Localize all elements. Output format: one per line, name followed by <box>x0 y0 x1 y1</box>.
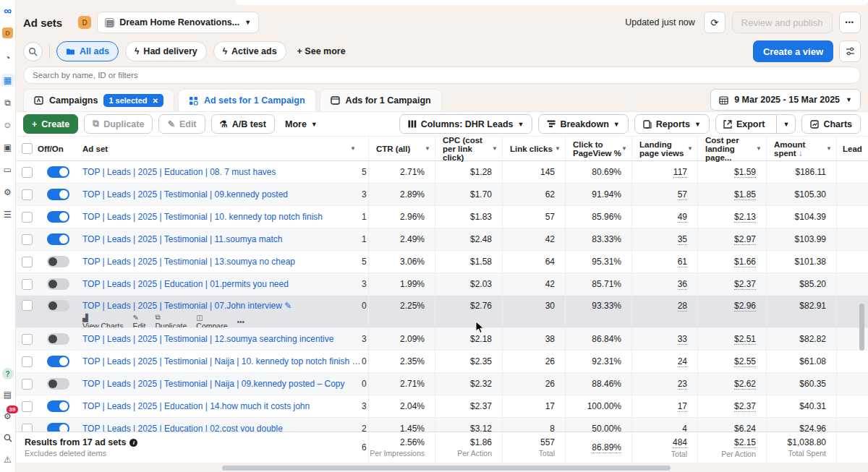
header-more-button[interactable]: ••• <box>839 12 861 33</box>
landing-page-views-value[interactable]: 117 <box>673 167 687 178</box>
row-checkbox[interactable] <box>22 257 33 267</box>
table-row[interactable]: TOP | Leads | 2025 | Education | 01.perm… <box>16 273 868 296</box>
row-status-toggle[interactable] <box>47 189 69 200</box>
landing-page-views-value[interactable]: 28 <box>678 301 687 312</box>
duplicate-button[interactable]: ⧉Duplicate <box>84 114 153 134</box>
edit-button[interactable]: ✎Edit <box>158 114 205 134</box>
table-row[interactable]: TOP | Leads | 2025 | Testimonial | 12.so… <box>16 328 868 351</box>
cost-per-landing-page-value[interactable]: $2.96 <box>734 301 756 312</box>
filter-pill-active-ads[interactable]: ϟ Active ads <box>213 41 286 61</box>
cost-per-landing-page-value[interactable]: $1.66 <box>734 257 756 267</box>
table-row[interactable]: TOP | Leads | 2025 | Education | 14.how … <box>16 395 868 418</box>
row-action-edit[interactable]: ✎Edit <box>132 314 145 328</box>
cost-per-landing-page-value[interactable]: $2.13 <box>734 212 756 223</box>
row-checkbox[interactable] <box>22 234 33 245</box>
business-settings-icon[interactable]: ⚙ <box>1 186 14 199</box>
feedback-icon[interactable]: ▤ <box>1 388 14 401</box>
tab-ad-sets[interactable]: Ad sets for 1 Campaign <box>178 89 316 111</box>
sort-caret-icon[interactable]: ▼ <box>492 145 498 153</box>
column-header-link-clicks[interactable]: Link clicks▼ <box>502 137 565 160</box>
landing-page-views-value[interactable]: 36 <box>678 279 687 290</box>
view-settings-button[interactable] <box>839 40 861 62</box>
landing-page-views-value[interactable]: 23 <box>678 379 687 390</box>
help-icon[interactable]: ? <box>2 368 14 379</box>
sort-caret-icon[interactable]: ▼ <box>425 145 430 153</box>
campaigns-icon[interactable]: ▦ <box>1 74 14 87</box>
more-actions-button[interactable]: More▼ <box>281 119 322 129</box>
ads-reporting-icon[interactable]: ⧉ <box>1 96 14 109</box>
table-row[interactable]: TOP | Leads | 2025 | Testimonial | 07.Jo… <box>16 296 868 328</box>
export-options-button[interactable]: ▼ <box>776 115 795 133</box>
sort-caret-icon[interactable]: ▼ <box>687 145 693 153</box>
account-selector[interactable]: ▤ Dream Home Renovations... ▼ <box>97 12 259 33</box>
sort-caret-icon[interactable]: ▼ <box>826 145 832 153</box>
sort-caret-icon[interactable]: ▼ <box>756 145 762 153</box>
cost-per-landing-page-value[interactable]: $1.59 <box>734 167 756 178</box>
table-row[interactable]: TOP | Leads | 2025 | Testimonial | 13.so… <box>16 251 868 273</box>
row-status-toggle[interactable] <box>47 378 69 390</box>
row-action-view-charts[interactable]: ▟View Charts <box>82 314 123 328</box>
row-status-toggle[interactable] <box>47 423 69 432</box>
landing-page-views-value[interactable]: 24 <box>678 356 687 367</box>
adset-name-link[interactable]: TOP | Leads | 2025 | Education | 14.how … <box>82 401 362 411</box>
vertical-scrollbar[interactable] <box>859 304 864 351</box>
sort-caret-icon[interactable]: ▼ <box>621 145 627 153</box>
row-status-toggle[interactable] <box>47 211 69 223</box>
search-input[interactable] <box>23 66 861 84</box>
column-header-cost-per-landing-page[interactable]: Cost per landing page...▼ <box>697 137 766 160</box>
row-checkbox[interactable] <box>22 356 33 367</box>
landing-page-views-value[interactable]: 35 <box>678 234 687 245</box>
cost-per-landing-page-value[interactable]: $2.51 <box>734 334 756 345</box>
adset-name-link[interactable]: TOP | Leads | 2025 | Testimonial | Naija… <box>82 379 362 389</box>
ab-test-button[interactable]: ⚗A/B test <box>211 114 275 134</box>
adset-name-link[interactable]: TOP | Leads | 2025 | Testimonial | 11.so… <box>82 234 362 244</box>
adset-name-link[interactable]: TOP | Leads | 2025 | Testimonial | 12.so… <box>82 334 362 344</box>
row-checkbox[interactable] <box>22 212 33 223</box>
cost-per-landing-page-value[interactable]: $2.62 <box>734 379 756 390</box>
table-row[interactable]: TOP | Leads | 2025 | Education | 08. 7 m… <box>16 161 868 184</box>
cost-per-landing-page-value[interactable]: $6.24 <box>734 424 756 432</box>
column-header-adset[interactable]: Ad set▼ <box>78 137 362 160</box>
report-bug-icon[interactable]: ⚠ <box>1 453 14 466</box>
charts-button[interactable]: Charts <box>801 114 861 134</box>
row-checkbox[interactable] <box>22 401 33 412</box>
row-status-toggle[interactable] <box>47 166 69 178</box>
cost-per-landing-page-value[interactable]: $2.37 <box>734 401 756 412</box>
landing-page-views-value[interactable]: 49 <box>678 212 687 223</box>
adset-name-link[interactable]: TOP | Leads | 2025 | Education | 01.perm… <box>82 279 362 289</box>
column-header-click-to-pageview[interactable]: Click to PageView %▼ <box>565 137 631 160</box>
reports-button[interactable]: Reports▼ <box>634 114 710 134</box>
column-header-amount-spent[interactable]: Amount spent ↓▼ <box>766 137 836 160</box>
adset-name-link[interactable]: TOP | Leads | 2025 | Testimonial | 09.ke… <box>82 189 362 199</box>
row-checkbox[interactable] <box>22 167 33 178</box>
column-header-cpc[interactable]: CPC (cost per link click)▼ <box>435 137 502 160</box>
adset-name-link[interactable]: TOP | Leads | 2025 | Education | 08. 7 m… <box>82 167 362 177</box>
close-icon[interactable]: ✕ <box>153 97 158 105</box>
adset-name-link[interactable]: TOP | Leads | 2025 | Testimonial | 07.Jo… <box>82 301 362 311</box>
see-more-filters-button[interactable]: + See more <box>293 46 350 56</box>
row-checkbox[interactable] <box>22 379 33 390</box>
row-status-toggle[interactable] <box>47 256 69 267</box>
row-checkbox[interactable] <box>22 334 33 345</box>
account-avatar-badge[interactable]: D <box>2 27 13 38</box>
table-row[interactable]: TOP | Leads | 2025 | Education | 02.cost… <box>16 418 868 432</box>
row-checkbox[interactable] <box>22 279 33 290</box>
table-row[interactable]: TOP | Leads | 2025 | Testimonial | Naija… <box>16 373 868 395</box>
export-button[interactable]: Export ▼ <box>715 114 796 134</box>
columns-button[interactable]: Columns: DHR Leads▼ <box>399 114 533 134</box>
filter-pill-all-ads[interactable]: All ads <box>56 41 119 61</box>
row-action-more[interactable]: ••• <box>237 318 247 326</box>
breakdown-button[interactable]: Breakdown▼ <box>538 114 628 134</box>
refresh-button[interactable]: ⟳ <box>704 12 726 33</box>
info-icon[interactable]: i <box>129 439 137 447</box>
cost-per-landing-page-value[interactable]: $2.97 <box>734 234 756 245</box>
landing-page-views-value[interactable]: 17 <box>678 401 687 412</box>
row-status-toggle[interactable] <box>47 400 69 412</box>
table-row[interactable]: TOP | Leads | 2025 | Testimonial | 11.so… <box>16 228 868 251</box>
adset-name-link[interactable]: TOP | Leads | 2025 | Education | 02.cost… <box>82 424 362 432</box>
create-button[interactable]: +Create <box>23 114 78 134</box>
table-row[interactable]: TOP | Leads | 2025 | Testimonial | Naija… <box>16 351 868 373</box>
date-range-picker[interactable]: 9 Mar 2025 - 15 Mar 2025 ▼ <box>710 89 861 111</box>
landing-page-views-value[interactable]: 57 <box>678 189 687 200</box>
column-header-ctr[interactable]: CTR (all)▼ <box>368 137 435 160</box>
